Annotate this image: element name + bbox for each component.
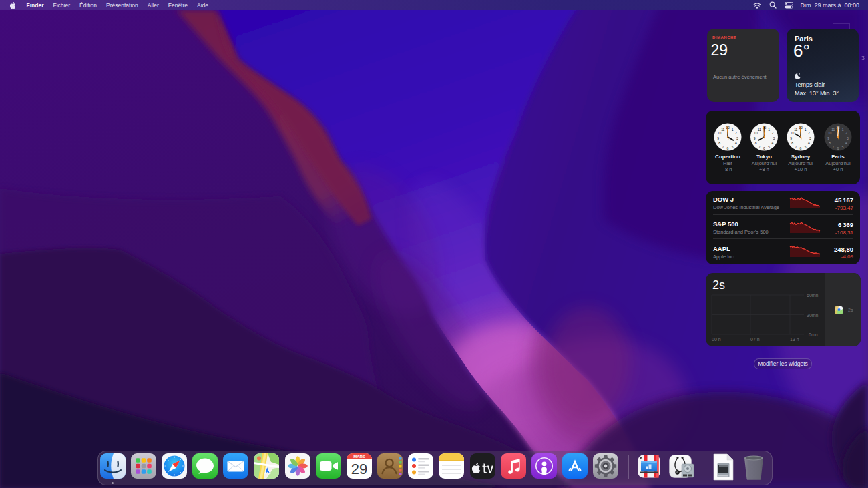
svg-text:0mn: 0mn [809,332,818,337]
svg-text:1: 1 [768,128,770,132]
svg-text:8: 8 [755,141,757,145]
svg-text:MARS: MARS [353,455,365,459]
svg-text:10: 10 [828,131,832,135]
svg-text:3: 3 [736,136,738,140]
svg-text:AAPL: AAPL [713,245,730,252]
svg-text:-8 h: -8 h [724,166,732,172]
svg-text:60mn: 60mn [807,293,819,298]
svg-text:29: 29 [351,461,367,477]
svg-text:-4,09: -4,09 [841,254,854,260]
svg-text:+0 h: +0 h [833,166,843,172]
svg-text:10: 10 [718,131,722,135]
svg-text:1: 1 [805,128,807,132]
svg-text:2: 2 [735,131,737,135]
svg-text:Paris: Paris [831,154,845,160]
svg-text:6 369: 6 369 [838,221,853,228]
svg-text:9: 9 [754,136,756,140]
svg-text:7: 7 [722,145,724,149]
svg-text:10: 10 [754,131,758,135]
svg-text:13 h: 13 h [790,337,799,342]
svg-text:+10 h: +10 h [795,166,807,172]
svg-text:5: 5 [842,145,844,149]
svg-text:1: 1 [732,128,734,132]
svg-text:7: 7 [795,145,797,149]
svg-text:7: 7 [758,145,761,149]
svg-text:9: 9 [717,136,719,140]
svg-text:2: 2 [772,131,774,135]
svg-text:6: 6 [800,146,802,150]
svg-text:6: 6 [763,146,765,150]
svg-text:10: 10 [791,131,795,135]
svg-text:4: 4 [808,141,810,145]
svg-text:8: 8 [829,141,831,145]
svg-text:Aujourd'hui: Aujourd'hui [825,160,851,166]
svg-text:11: 11 [831,128,835,132]
svg-text:2: 2 [808,131,810,135]
svg-text:3: 3 [773,136,775,140]
svg-text:+8 h: +8 h [759,166,769,172]
svg-text:45 167: 45 167 [835,196,853,204]
svg-text:9: 9 [827,136,829,140]
svg-text:4: 4 [772,141,774,145]
svg-text:Aujourd'hui: Aujourd'hui [788,160,813,166]
svg-text:7: 7 [832,145,834,149]
svg-text:-108,31: -108,31 [835,230,854,236]
svg-text:248,80: 248,80 [834,246,853,253]
svg-text:S&P 500: S&P 500 [713,220,738,228]
svg-text:5: 5 [805,145,807,149]
svg-text:4: 4 [735,141,737,145]
svg-text:Cupertino: Cupertino [715,154,740,160]
svg-text:9: 9 [790,136,792,140]
svg-text:Hier: Hier [723,160,732,166]
svg-text:11: 11 [758,128,761,132]
svg-text:-793,47: -793,47 [835,205,854,211]
svg-text:Tokyo: Tokyo [756,154,772,160]
svg-text:DOW J: DOW J [713,196,734,203]
svg-text:00 h: 00 h [712,337,721,342]
svg-text:1: 1 [842,128,844,132]
svg-text:Dow Jones Industrial Average: Dow Jones Industrial Average [713,204,779,210]
svg-text:3: 3 [861,55,865,61]
svg-text:3: 3 [847,136,849,140]
svg-text:Aujourd'hui: Aujourd'hui [752,160,777,166]
svg-text:11: 11 [794,128,797,132]
svg-text:8: 8 [718,141,720,145]
svg-text:3: 3 [809,136,811,140]
svg-text:Standard and Poor's 500: Standard and Poor's 500 [713,229,769,235]
svg-text:5: 5 [768,145,770,149]
svg-text:07 h: 07 h [750,337,760,342]
svg-text:Apple Inc.: Apple Inc. [713,254,735,260]
svg-text:4: 4 [845,141,847,145]
svg-text:5: 5 [732,145,734,149]
svg-text:6: 6 [727,146,729,150]
svg-text:30mn: 30mn [807,313,819,318]
svg-text:2: 2 [845,131,847,135]
svg-text:8: 8 [791,141,793,145]
svg-text:6: 6 [837,146,839,150]
svg-text:Sydney: Sydney [791,154,811,160]
svg-text:11: 11 [721,128,724,132]
svg-text:2s: 2s [848,308,853,312]
